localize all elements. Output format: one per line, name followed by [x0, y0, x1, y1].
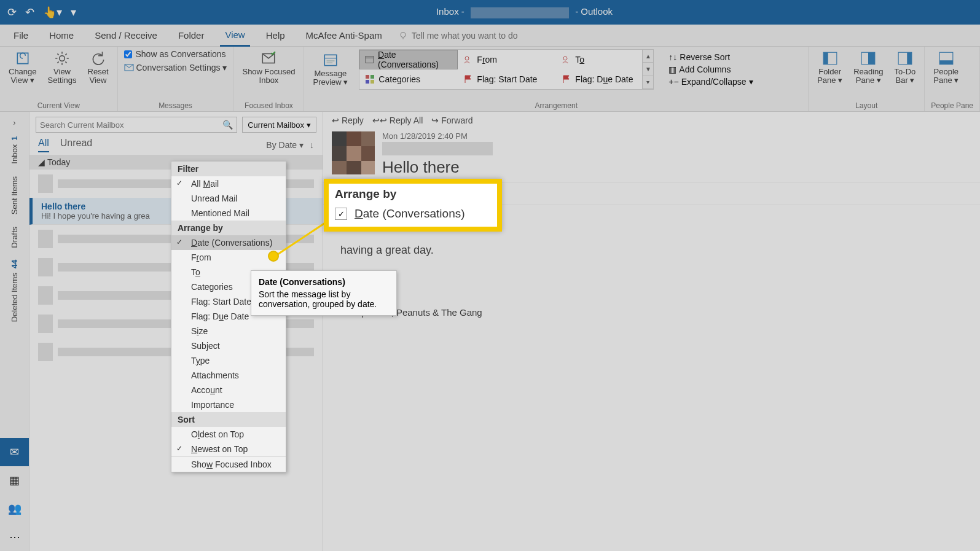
change-view-l2: View ▾ — [10, 76, 34, 85]
up-arrow-icon[interactable]: ▲ — [643, 50, 653, 63]
rail-inbox[interactable]: Inbox 1 — [10, 136, 19, 164]
ctx-newest[interactable]: ✓Newest on Top — [171, 442, 286, 456]
forward-label: Forward — [441, 115, 472, 125]
rail-sent[interactable]: Sent Items — [10, 176, 19, 214]
flag-icon — [463, 74, 473, 84]
change-view-button[interactable]: ChangeView ▾ — [6, 49, 39, 87]
preview-l1: Message — [315, 69, 347, 78]
arrange-categories-button[interactable]: Categories — [359, 69, 458, 89]
show-as-conversations-input[interactable] — [124, 50, 132, 58]
arrange-to-button[interactable]: To — [556, 50, 642, 69]
today-label: Today — [47, 157, 70, 167]
ctx-account[interactable]: Account — [171, 383, 286, 397]
tab-mcafee[interactable]: McAfee Anti-Spam — [301, 25, 387, 45]
ctx-mentioned-mail[interactable]: Mentioned Mail — [171, 206, 286, 221]
change-view-icon — [14, 50, 32, 66]
arrange-from-button[interactable]: From — [458, 50, 556, 69]
tooltip-title: Date (Conversations) — [259, 277, 389, 287]
svg-rect-34 — [361, 161, 375, 174]
group-layout: FolderPane ▾ ReadingPane ▾ To-DoBar ▾ La… — [809, 47, 925, 111]
qat-customize-icon[interactable]: ▾ — [71, 6, 76, 19]
ctx-attachments[interactable]: Attachments — [171, 368, 286, 383]
ctx-importance[interactable]: Importance — [171, 397, 286, 412]
tab-help[interactable]: Help — [261, 25, 290, 45]
group-layout-label: Layout — [815, 100, 918, 110]
folder-pane-button[interactable]: FolderPane ▾ — [815, 49, 845, 87]
arrange-date-button[interactable]: Date (Conversations) — [359, 50, 458, 69]
view-settings-button[interactable]: ViewSettings — [45, 49, 79, 87]
group-people-label: People Pane — [931, 100, 973, 110]
expand-icon: +− — [668, 77, 678, 87]
arrange-flag-start-button[interactable]: Flag: Start Date — [458, 69, 556, 89]
forward-button[interactable]: ↪Forward — [431, 115, 472, 125]
search-scope-dropdown[interactable]: Current Mailbox ▾ — [242, 117, 316, 133]
svg-rect-14 — [370, 75, 374, 79]
ctx-unread-mail[interactable]: Unread Mail — [171, 191, 286, 206]
arrangement-gallery: Date (Conversations) From To Categories … — [359, 49, 654, 90]
conversation-settings-label: Conversation Settings — [136, 63, 221, 72]
nav-calendar-icon[interactable]: ▦ — [0, 466, 29, 494]
tab-folder[interactable]: Folder — [173, 25, 210, 45]
ctx-show-focused[interactable]: Show Focused Inbox — [171, 457, 286, 472]
sync-icon[interactable]: ⟳ — [7, 6, 17, 19]
conversation-icon — [124, 63, 134, 72]
tab-file[interactable]: File — [9, 25, 33, 45]
ctx-subject[interactable]: Subject — [171, 338, 286, 353]
todo-bar-button[interactable]: To-DoBar ▾ — [892, 49, 919, 87]
reverse-sort-label: Reverse Sort — [680, 52, 730, 62]
svg-point-2 — [60, 56, 65, 61]
reply-all-button[interactable]: ↩↩Reply All — [372, 115, 423, 125]
conversation-settings-button[interactable]: Conversation Settings ▾ — [124, 63, 227, 72]
reset-view-button[interactable]: ResetView — [85, 49, 111, 87]
group-current-view-label: Current View — [6, 100, 111, 110]
nav-mail-icon[interactable]: ✉ — [0, 438, 29, 466]
svg-rect-32 — [332, 161, 347, 174]
ctx-oldest[interactable]: Oldest on Top — [171, 427, 286, 442]
ctx-date-conversations[interactable]: ✓Date (Conversations) — [171, 235, 286, 250]
expand-collapse-button[interactable]: +− Expand/Collapse ▾ — [668, 77, 753, 87]
filter-unread-tab[interactable]: Unread — [60, 138, 92, 152]
ctx-size[interactable]: Size — [171, 324, 286, 338]
search-input[interactable] — [40, 120, 222, 130]
sort-by-date-dropdown[interactable]: By Date ▾ — [266, 140, 304, 150]
rail-drafts[interactable]: Drafts — [10, 227, 19, 248]
reply-button[interactable]: ↩Reply — [332, 115, 364, 125]
nav-more-icon[interactable]: ⋯ — [0, 523, 29, 551]
show-focused-inbox-button[interactable]: Show FocusedInbox — [240, 49, 297, 87]
categories-icon — [365, 74, 375, 84]
signature-name: Joe Cool — [340, 297, 963, 307]
reading-actions: ↩Reply ↩↩Reply All ↪Forward — [323, 112, 980, 129]
nav-people-icon[interactable]: 👥 — [0, 494, 29, 523]
tell-me[interactable]: Tell me what you want to do — [398, 31, 518, 41]
search-icon[interactable]: 🔍 — [222, 120, 233, 130]
arrangement-scroll[interactable]: ▲▼▾ — [643, 49, 654, 90]
touch-mode-icon[interactable]: 👆▾ — [43, 6, 62, 19]
svg-rect-26 — [332, 131, 347, 146]
tab-view[interactable]: View — [220, 25, 249, 47]
preview-icon — [321, 52, 340, 68]
ctx-all-mail[interactable]: ✓All Mail — [171, 176, 286, 191]
message-preview-button[interactable]: MessagePreview ▾ — [310, 51, 350, 88]
folder-rail: › Inbox 1 Sent Items Drafts Deleted Item… — [0, 112, 29, 551]
filter-all-tab[interactable]: All — [38, 138, 49, 152]
search-box[interactable]: 🔍 — [36, 117, 237, 133]
down-arrow-icon[interactable]: ▼ — [643, 63, 653, 76]
arrange-flag-due-button[interactable]: Flag: Due Date — [556, 69, 642, 89]
add-columns-button[interactable]: ▥ Add Columns — [668, 64, 753, 74]
reverse-sort-button[interactable]: ↑↓ Reverse Sort — [668, 52, 753, 62]
ctx-type[interactable]: Type — [171, 353, 286, 368]
rail-deleted-count: 44 — [10, 260, 19, 268]
rail-deleted[interactable]: Deleted Items 44 — [10, 260, 19, 322]
expand-rail-button[interactable]: › — [10, 115, 18, 130]
undo-icon[interactable]: ↶ — [25, 6, 34, 19]
people-pane-button[interactable]: PeoplePane ▾ — [931, 49, 961, 87]
reading-pane-button[interactable]: ReadingPane ▾ — [851, 49, 885, 87]
lightbulb-icon — [398, 31, 408, 41]
show-as-conversations-checkbox[interactable]: Show as Conversations — [124, 49, 227, 59]
tab-send-receive[interactable]: Send / Receive — [90, 25, 162, 45]
sort-direction-button[interactable]: ↓ — [310, 140, 314, 150]
arrange-flag-start-label: Flag: Start Date — [477, 74, 537, 84]
more-arrow-icon[interactable]: ▾ — [643, 76, 653, 89]
tab-home[interactable]: Home — [44, 25, 79, 45]
callout-checkbox: ✓ — [335, 208, 347, 220]
